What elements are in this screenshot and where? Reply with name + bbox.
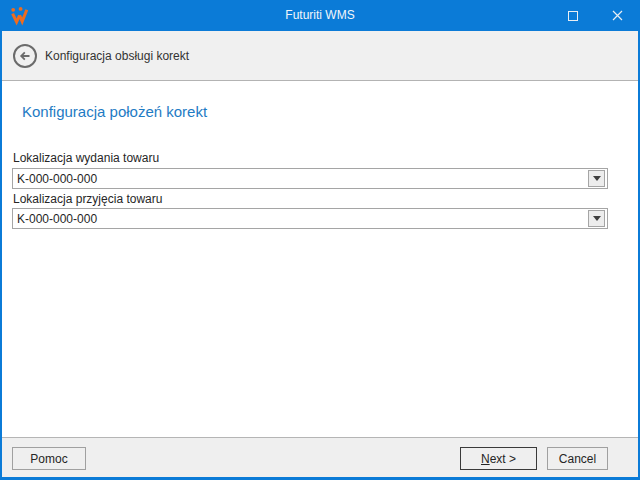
combobox-lokalizacja-przyjecia[interactable] <box>12 208 608 229</box>
close-icon <box>612 10 623 21</box>
combobox-przyjecia-dropdown-button[interactable] <box>588 210 605 227</box>
back-button[interactable] <box>13 44 37 68</box>
combobox-przyjecia-input[interactable] <box>13 209 585 228</box>
title-bar: Futuriti WMS <box>0 0 640 31</box>
combobox-wydania-dropdown-button[interactable] <box>588 170 605 187</box>
back-arrow-icon <box>18 49 32 63</box>
chevron-down-icon <box>593 216 601 221</box>
next-button[interactable]: Next > <box>460 447 537 470</box>
window-body: Konfiguracja obsługi korekt Konfiguracja… <box>2 31 638 477</box>
maximize-icon <box>568 11 578 21</box>
next-button-label: ext > <box>490 452 516 466</box>
combobox-lokalizacja-wydania[interactable] <box>12 168 608 189</box>
cancel-button[interactable]: Cancel <box>547 447 608 470</box>
combobox-wydania-input[interactable] <box>13 169 585 188</box>
help-button[interactable]: Pomoc <box>12 447 86 470</box>
page-title: Konfiguracja położeń korekt <box>22 103 207 120</box>
window-title: Futuriti WMS <box>0 8 640 22</box>
wizard-header: Konfiguracja obsługi korekt <box>2 31 638 81</box>
chevron-down-icon <box>593 176 601 181</box>
close-button[interactable] <box>595 0 640 31</box>
content-area: Konfiguracja położeń korekt Lokalizacja … <box>2 82 638 437</box>
next-button-mnemonic: N <box>481 452 490 466</box>
app-window: Futuriti WMS Konfiguracja obsługi korekt… <box>0 0 640 480</box>
wizard-step-title: Konfiguracja obsługi korekt <box>45 49 189 63</box>
field-label-lokalizacja-przyjecia: Lokalizacja przyjęcia towaru <box>13 192 162 206</box>
field-label-lokalizacja-wydania: Lokalizacja wydania towaru <box>13 151 159 165</box>
maximize-button[interactable] <box>550 0 595 31</box>
footer-bar: Pomoc Next > Cancel <box>2 437 638 477</box>
